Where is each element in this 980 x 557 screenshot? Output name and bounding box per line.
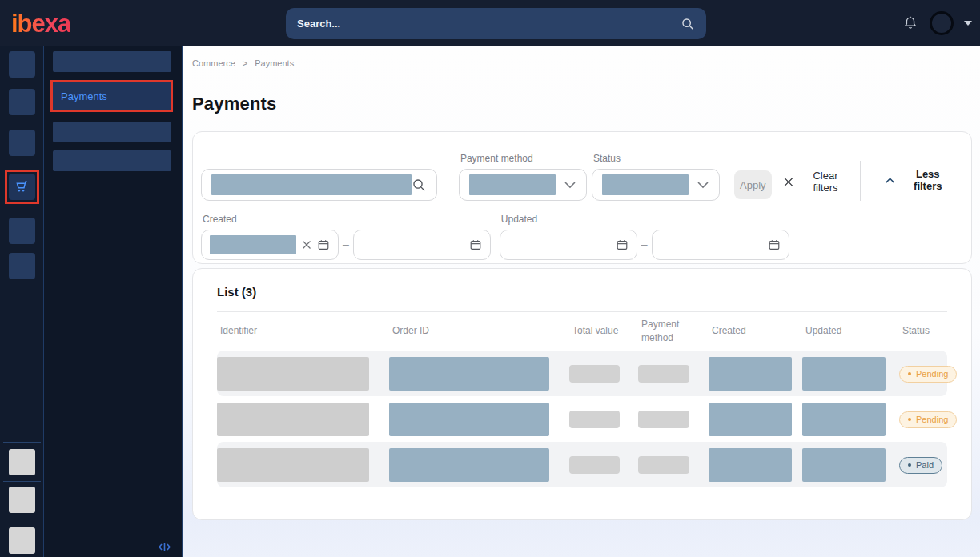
shopping-cart-icon [13,178,30,196]
redacted-created [709,448,792,482]
redacted-select-value [602,174,689,195]
status-select[interactable] [592,169,720,201]
payment-method-select[interactable] [459,169,587,201]
filters-card: Payment method Status [192,131,972,264]
app-window: ibexa Search... [0,0,980,557]
clear-x-icon [783,176,794,188]
status-badge: Pending [899,366,957,383]
notifications-bell-icon[interactable] [902,14,919,33]
redacted-order-id [389,403,549,436]
active-nav-highlight: Payments [50,80,173,112]
payment-method-filter-group: Payment method [459,153,587,201]
col-total-value: Total value [569,324,638,338]
global-search-input[interactable]: Search... [286,8,706,39]
chevron-down-icon [697,181,709,189]
redacted-created [709,403,792,436]
redacted-identifier [217,357,369,391]
col-payment-method: Payment method [638,318,709,346]
col-status: Status [899,324,947,338]
rail-item-placeholder-5[interactable] [9,253,35,279]
calendar-icon[interactable] [317,238,330,251]
redacted-total-value [569,365,620,383]
nav-item-placeholder-3[interactable] [53,150,171,171]
filters-toggle-group: Less filters [849,161,963,201]
updated-label: Updated [501,214,789,225]
status-badge: Paid [899,457,942,474]
clear-filters-button[interactable]: Clear filters [783,170,850,194]
rail-bottom-group [0,442,43,554]
panel-collapse-icon[interactable] [158,541,171,553]
rail-item-placeholder-2[interactable] [9,89,35,115]
icon-rail [0,46,44,557]
search-icon[interactable] [681,17,695,31]
rail-bottom-item-3[interactable] [9,527,35,554]
table-header-row: Identifier Order ID Total value Payment … [217,312,947,351]
rail-divider [3,442,41,443]
calendar-icon[interactable] [616,238,629,251]
created-to-input[interactable] [353,230,491,260]
redacted-total-value [569,411,620,428]
chevron-down-icon [564,181,576,189]
redacted-identifier [217,403,369,436]
table-row[interactable]: Paid [217,442,947,487]
breadcrumb-separator: > [243,58,247,68]
redacted-order-id [389,357,549,391]
redacted-payment-method [638,456,689,474]
filter-search-input[interactable] [201,169,437,201]
rail-item-commerce[interactable] [9,174,35,200]
created-label: Created [203,214,491,225]
created-from-input[interactable] [201,230,339,260]
status-badge: Pending [899,411,957,428]
user-menu-caret-icon[interactable] [964,21,972,26]
status-dot-icon [908,418,911,421]
nav-item-payments[interactable]: Payments [53,82,171,110]
rail-item-placeholder-3[interactable] [9,130,35,156]
calendar-icon[interactable] [469,238,482,251]
status-filter-group: Status [592,153,720,201]
rail-bottom-item-1[interactable] [9,449,35,475]
created-date-range: – [201,230,491,260]
redacted-identifier [217,448,369,482]
page-title: Payments [192,94,972,114]
calendar-icon[interactable] [768,238,781,251]
breadcrumb-commerce[interactable]: Commerce [192,58,235,68]
nav-item-placeholder-2[interactable] [53,122,171,142]
status-dot-icon [908,372,911,375]
status-label: Status [593,153,720,164]
redacted-order-id [389,448,549,482]
filter-divider [448,164,448,201]
filters-row-1: Payment method Status [201,153,963,201]
less-filters-toggle[interactable]: Less filters [885,168,952,192]
col-order-id: Order ID [389,324,569,338]
redacted-updated [802,448,886,482]
updated-filter-group: Updated – [500,214,789,260]
brand-logo[interactable]: ibexa [11,11,70,36]
nav-item-payments-label: Payments [53,90,107,102]
user-avatar[interactable] [930,11,954,35]
payments-list-card: List (3) Identifier Order ID Total value… [192,268,972,520]
redacted-updated [802,403,886,436]
breadcrumb: Commerce > Payments [192,58,972,68]
redacted-updated [802,357,886,391]
table-row[interactable]: Pending [217,396,947,442]
col-identifier: Identifier [217,324,389,338]
top-bar-actions [902,0,972,46]
filter-divider [860,161,861,201]
rail-item-placeholder-1[interactable] [9,51,35,78]
active-rail-highlight [5,170,39,204]
apply-button[interactable]: Apply [734,170,772,199]
payment-method-label: Payment method [460,153,587,164]
rail-bottom-item-2[interactable] [9,487,35,513]
redacted-total-value [569,456,620,474]
chevron-up-icon [885,177,895,184]
filters-row-2: Created [201,214,963,260]
redacted-search-value [211,174,412,195]
redacted-payment-method [638,365,689,383]
updated-to-input[interactable] [652,230,789,260]
rail-item-placeholder-4[interactable] [9,218,35,244]
redacted-created [709,357,792,391]
nav-item-placeholder-1[interactable] [53,51,171,72]
clear-x-icon[interactable] [302,240,311,250]
updated-from-input[interactable] [500,230,637,260]
table-row[interactable]: Pending [217,351,947,396]
